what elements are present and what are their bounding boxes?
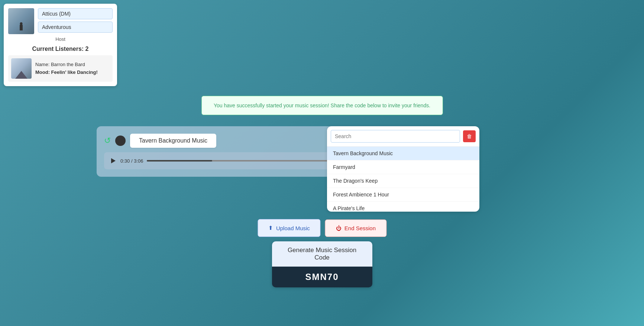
host-name: Atticus (DM) xyxy=(38,8,113,19)
host-info: Atticus (DM) Adventurous xyxy=(38,8,113,33)
search-row: 🗑 xyxy=(327,126,479,147)
upload-music-button[interactable]: ⬆ Upload Music xyxy=(258,219,321,237)
circle-icon xyxy=(115,136,126,146)
list-item[interactable]: Tavern Background Music xyxy=(327,147,479,160)
list-item[interactable]: Forest Ambience 1 Hour xyxy=(327,188,479,202)
success-message: You have successfully started your music… xyxy=(214,102,430,108)
search-input[interactable] xyxy=(331,130,460,143)
music-list: Tavern Background Music Farmyard The Dra… xyxy=(327,147,479,212)
listeners-count: Current Listeners: 2 xyxy=(8,46,113,52)
list-item[interactable]: A Pirate's Life xyxy=(327,202,479,212)
host-panel: Atticus (DM) Adventurous Host Current Li… xyxy=(4,4,117,86)
track-name: Tavern Background Music xyxy=(130,134,216,148)
power-icon: ⏻ xyxy=(336,225,342,231)
listener-mood: Mood: Feelin' like Dancing! xyxy=(35,69,98,76)
play-button[interactable] xyxy=(110,157,117,164)
upload-icon: ⬆ xyxy=(268,225,273,231)
music-list-panel: 🗑 Tavern Background Music Farmyard The D… xyxy=(327,126,479,212)
listener-avatar xyxy=(11,58,32,79)
success-banner: You have successfully started your music… xyxy=(201,96,443,115)
listener-details: Name: Barron the Bard Mood: Feelin' like… xyxy=(35,61,98,76)
generate-session-code-button[interactable]: Generate Music Session Code xyxy=(272,241,372,267)
session-code-value: SMN70 xyxy=(272,267,372,287)
listener-item: Name: Barron the Bard Mood: Feelin' like… xyxy=(8,55,113,82)
listener-name: Name: Barron the Bard xyxy=(35,61,98,69)
host-avatar xyxy=(8,8,34,34)
session-code-container: Generate Music Session Code SMN70 xyxy=(272,241,372,287)
host-label: Host xyxy=(8,36,113,42)
upload-label: Upload Music xyxy=(276,225,310,231)
buttons-row: ⬆ Upload Music ⏻ End Session xyxy=(258,219,386,237)
time-display: 0:30 / 3:06 xyxy=(120,158,143,164)
list-item[interactable]: Farmyard xyxy=(327,160,479,174)
repeat-icon[interactable]: ↺ xyxy=(104,136,111,146)
end-label: End Session xyxy=(344,225,376,231)
delete-button[interactable]: 🗑 xyxy=(463,130,476,142)
host-mood: Adventurous xyxy=(38,22,113,33)
progress-fill xyxy=(147,160,212,162)
list-item[interactable]: The Dragon's Keep xyxy=(327,174,479,188)
end-session-button[interactable]: ⏻ End Session xyxy=(325,219,386,237)
